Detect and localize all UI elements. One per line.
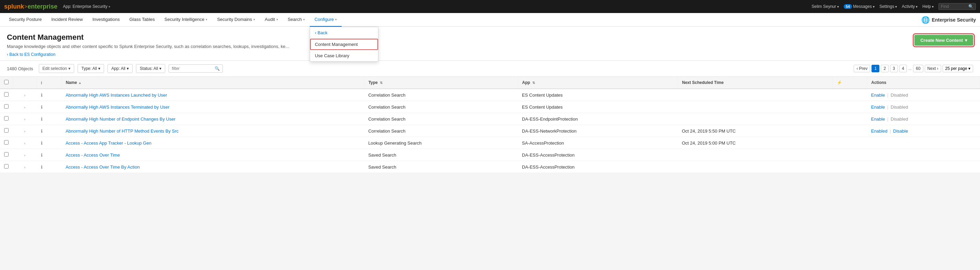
page-2-button[interactable]: 2 <box>881 65 889 72</box>
expand-icon[interactable]: › <box>24 117 25 121</box>
filter-input[interactable] <box>172 66 213 71</box>
row-checkbox-cell[interactable] <box>0 101 13 113</box>
action-enable-link[interactable]: Enable <box>871 117 885 122</box>
row-checkbox[interactable] <box>4 92 9 96</box>
type-filter-button[interactable]: Type: All ▾ <box>78 64 104 73</box>
row-info-cell: ℹ <box>37 125 62 137</box>
info-icon: ℹ <box>41 153 43 158</box>
row-checkbox[interactable] <box>4 104 9 109</box>
page-3-button[interactable]: 3 <box>890 65 898 72</box>
activity-menu[interactable]: Activity ▾ <box>902 4 918 9</box>
row-checkbox-cell[interactable] <box>0 137 13 149</box>
row-expand-cell[interactable]: › <box>13 125 37 137</box>
action-disable-link[interactable]: Disable <box>893 128 908 134</box>
per-page-selector[interactable]: 25 per page ▾ <box>943 65 973 72</box>
row-checkbox-cell[interactable] <box>0 161 13 173</box>
action-disable-link: Disabled <box>891 93 908 98</box>
th-type[interactable]: Type ⇅ <box>364 77 518 89</box>
table-row: › ℹ Abnormally High Number of Endpoint C… <box>0 113 980 125</box>
row-scheduled-cell <box>678 113 833 125</box>
content-name-link[interactable]: Access - Access App Tracker - Lookup Gen <box>65 141 151 145</box>
row-checkbox-cell[interactable] <box>0 125 13 137</box>
chevron-down-icon: ▾ <box>206 18 207 21</box>
table-row: › ℹ Abnormally High AWS Instances Launch… <box>0 89 980 101</box>
next-page-button[interactable]: Next › <box>925 65 941 72</box>
dropdown-back-button[interactable]: ‹ Back <box>310 27 378 39</box>
dropdown-item-use-case-library[interactable]: Use Case Library <box>310 50 378 62</box>
content-name-link[interactable]: Abnormally High Number of Endpoint Chang… <box>65 117 175 122</box>
help-menu[interactable]: Help ▾ <box>922 4 934 9</box>
action-enable-link[interactable]: Enable <box>871 104 885 110</box>
content-name-link[interactable]: Abnormally High Number of HTTP Method Ev… <box>65 128 178 134</box>
status-filter-button[interactable]: Status: All ▾ <box>136 64 165 73</box>
content-name-link[interactable]: Access - Access Over Time By Action <box>65 164 140 170</box>
nav-configure[interactable]: Configure ▾ <box>310 13 342 27</box>
nav-security-intelligence[interactable]: Security Intelligence ▾ <box>160 13 212 27</box>
nav-security-posture[interactable]: Security Posture <box>4 13 46 27</box>
find-input[interactable] <box>941 4 968 9</box>
row-app-cell: SA-AccessProtection <box>518 137 678 149</box>
row-lightning-cell <box>833 89 867 101</box>
row-expand-cell[interactable]: › <box>13 101 37 113</box>
row-actions-cell: Enable | Disabled <box>867 101 980 113</box>
row-type-cell: Lookup Generating Search <box>364 137 518 149</box>
action-enable-link[interactable]: Enable <box>871 93 885 98</box>
row-type-cell: Correlation Search <box>364 125 518 137</box>
row-checkbox-cell[interactable] <box>0 113 13 125</box>
expand-icon[interactable]: › <box>24 93 25 97</box>
row-expand-cell[interactable]: › <box>13 113 37 125</box>
th-app[interactable]: App ⇅ <box>518 77 678 89</box>
expand-icon[interactable]: › <box>24 165 25 169</box>
content-name-link[interactable]: Abnormally High AWS Instances Terminated… <box>65 104 170 110</box>
create-new-content-button[interactable]: Create New Content ▾ <box>915 35 973 46</box>
sort-icon: ▴ <box>79 81 81 85</box>
content-name-link[interactable]: Access - Access Over Time <box>65 153 120 158</box>
top-bar: splunk>enterprise App: Enterprise Securi… <box>0 0 980 13</box>
expand-icon[interactable]: › <box>24 105 25 109</box>
settings-menu[interactable]: Settings ▾ <box>880 4 897 9</box>
row-checkbox[interactable] <box>4 140 9 145</box>
app-title[interactable]: App: Enterprise Security ▾ <box>63 4 110 9</box>
info-icon: ℹ <box>41 117 43 122</box>
user-menu[interactable]: Selim Seynur ▾ <box>812 4 839 9</box>
page-60-button[interactable]: 60 <box>913 65 923 72</box>
row-expand-cell[interactable]: › <box>13 89 37 101</box>
expand-icon[interactable]: › <box>24 141 25 145</box>
row-type-cell: Correlation Search <box>364 89 518 101</box>
dropdown-item-content-management[interactable]: Content Management <box>310 39 378 50</box>
nav-audit[interactable]: Audit ▾ <box>260 13 283 27</box>
filter-input-box[interactable]: 🔍 <box>169 65 223 73</box>
nav-incident-review[interactable]: Incident Review <box>46 13 88 27</box>
nav-investigations[interactable]: Investigations <box>88 13 125 27</box>
back-to-es-config-link[interactable]: ‹ Back to ES Configuration <box>7 52 55 57</box>
row-checkbox-cell[interactable] <box>0 89 13 101</box>
row-checkbox[interactable] <box>4 116 9 121</box>
page-1-button[interactable]: 1 <box>872 65 880 72</box>
select-all-checkbox[interactable] <box>4 80 9 84</box>
page-4-button[interactable]: 4 <box>899 65 907 72</box>
chevron-down-icon: ▾ <box>253 18 255 21</box>
row-checkbox[interactable] <box>4 128 9 133</box>
row-expand-cell[interactable]: › <box>13 149 37 161</box>
row-checkbox-cell[interactable] <box>0 149 13 161</box>
row-name-cell: Access - Access Over Time <box>62 149 364 161</box>
row-expand-cell[interactable]: › <box>13 137 37 149</box>
action-enable-link[interactable]: Enabled <box>871 128 888 134</box>
row-checkbox[interactable] <box>4 152 9 156</box>
nav-security-domains[interactable]: Security Domains ▾ <box>212 13 260 27</box>
edit-selection-button[interactable]: Edit selection ▾ <box>39 64 74 73</box>
table-row: › ℹ Access - Access Over Time By Action … <box>0 161 980 173</box>
messages-menu[interactable]: 54 Messages ▾ <box>844 4 875 9</box>
content-name-link[interactable]: Abnormally High AWS Instances Launched b… <box>65 93 167 98</box>
th-name[interactable]: Name ▴ <box>62 77 364 89</box>
expand-icon[interactable]: › <box>24 129 25 133</box>
sort-icon: ⇅ <box>532 81 535 85</box>
nav-glass-tables[interactable]: Glass Tables <box>125 13 160 27</box>
nav-search[interactable]: Search ▾ <box>283 13 310 27</box>
row-expand-cell[interactable]: › <box>13 161 37 173</box>
find-box[interactable]: 🔍 <box>939 3 976 10</box>
app-filter-button[interactable]: App: All ▾ <box>108 64 132 73</box>
row-checkbox[interactable] <box>4 164 9 169</box>
expand-icon[interactable]: › <box>24 153 25 157</box>
prev-page-button[interactable]: ‹ Prev <box>854 65 870 72</box>
